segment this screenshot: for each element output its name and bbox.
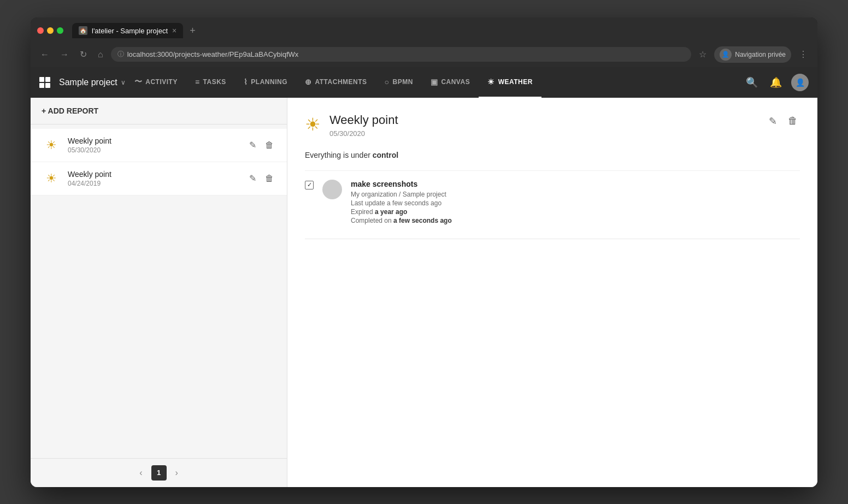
app-nav: Sample project ∨ 〜 ACTIVITY ≡ TASKS ⌇ PL…	[31, 67, 817, 98]
user-avatar[interactable]: 👤	[791, 74, 809, 91]
report-info-2: Weekly point 04/24/2019	[68, 170, 240, 187]
detail-edit-button[interactable]: ✎	[767, 113, 779, 129]
report-icon-2: ☀	[42, 169, 61, 188]
tab-activity[interactable]: 〜 ACTIVITY	[126, 67, 186, 98]
toolbar-actions: ☆ 👤 Navigation privée ⋮	[696, 46, 811, 63]
report-date-1: 05/30/2020	[68, 146, 240, 154]
task-checkbox[interactable]: ✓	[305, 181, 314, 189]
pagination-next-button[interactable]: ›	[171, 466, 182, 480]
private-icon: 👤	[720, 49, 732, 61]
detail-title-area: ☀ Weekly point 05/30/2020	[305, 113, 398, 138]
logo-grid-icon	[39, 77, 50, 88]
tab-planning[interactable]: ⌇ PLANNING	[235, 67, 296, 98]
task-last-update: Last update a few seconds ago	[351, 199, 800, 207]
browser-titlebar: 🏠 l'atelier - Sample project × +	[37, 23, 811, 39]
tasks-icon: ≡	[195, 78, 200, 86]
active-tab[interactable]: 🏠 l'atelier - Sample project ×	[72, 23, 183, 38]
report-item[interactable]: ☀ Weekly point 05/30/2020 ✎ 🗑	[31, 129, 287, 162]
nav-forward-button[interactable]: →	[57, 48, 72, 62]
nav-actions: 🔍 🔔 👤	[743, 74, 809, 91]
tab-favicon: 🏠	[79, 26, 87, 35]
tab-bar: 🏠 l'atelier - Sample project × +	[72, 23, 811, 39]
expired-value: a year ago	[375, 208, 407, 216]
bookmark-button[interactable]: ☆	[696, 47, 710, 62]
edit-report-1-button[interactable]: ✎	[247, 138, 258, 152]
main-layout: + ADD REPORT ☀ Weekly point 05/30/2020	[31, 98, 817, 487]
new-tab-button[interactable]: +	[185, 23, 200, 39]
search-icon: 🔍	[746, 76, 758, 88]
detail-header-actions: ✎ 🗑	[767, 113, 800, 129]
task-title: make screenshots	[351, 180, 800, 188]
planning-icon: ⌇	[244, 78, 248, 86]
report-date-2: 04/24/2019	[68, 180, 240, 187]
task-completed: Completed on a few seconds ago	[351, 217, 800, 224]
detail-panel: ☀ Weekly point 05/30/2020 ✎ 🗑 Everything…	[287, 98, 817, 487]
expired-label: Expired	[351, 208, 373, 216]
tab-activity-label: ACTIVITY	[145, 78, 178, 86]
traffic-light-green[interactable]	[57, 27, 63, 34]
traffic-light-red[interactable]	[37, 27, 44, 34]
report-title-2: Weekly point	[68, 170, 240, 179]
sidebar: + ADD REPORT ☀ Weekly point 05/30/2020	[31, 98, 287, 487]
checkbox-check-icon: ✓	[307, 181, 312, 188]
tab-close-button[interactable]: ×	[172, 26, 176, 35]
detail-title-info: Weekly point 05/30/2020	[329, 113, 398, 138]
bell-icon: 🔔	[770, 76, 782, 88]
detail-delete-button[interactable]: 🗑	[786, 113, 800, 129]
logo-cell	[39, 83, 44, 88]
browser-window: 🏠 l'atelier - Sample project × + ← → ↻ ⌂…	[31, 17, 817, 487]
tab-bpmn-label: BPMN	[393, 78, 413, 86]
sun-icon: ☀	[46, 138, 57, 152]
task-expired: Expired a year ago	[351, 208, 800, 216]
weather-icon: ☀	[487, 78, 495, 86]
report-actions-1: ✎ 🗑	[247, 138, 276, 152]
report-actions-2: ✎ 🗑	[247, 171, 276, 186]
tab-canvas-label: CANVAS	[441, 78, 470, 86]
tab-attachments[interactable]: ⊕ ATTACHMENTS	[296, 67, 376, 98]
sidebar-header: + ADD REPORT	[31, 98, 287, 124]
browser-toolbar: ← → ↻ ⌂ ⓘ localhost:3000/projects-weathe…	[37, 43, 811, 67]
summary-text: Everything is under	[305, 151, 370, 159]
tab-bpmn[interactable]: ○ BPMN	[376, 67, 422, 98]
sidebar-pagination: ‹ 1 ›	[31, 458, 287, 487]
add-report-label: + ADD REPORT	[42, 106, 98, 115]
tab-planning-label: PLANNING	[251, 78, 287, 86]
completed-value: a few seconds ago	[393, 217, 452, 224]
project-name-text: Sample project	[59, 78, 117, 87]
tab-tasks-label: TASKS	[203, 78, 226, 86]
tab-attachments-label: ATTACHMENTS	[315, 78, 367, 86]
nav-back-button[interactable]: ←	[37, 48, 52, 62]
logo-cell	[45, 77, 50, 82]
task-card: ✓ make screenshots My organization / Sam…	[305, 170, 800, 234]
pagination-prev-button[interactable]: ‹	[135, 466, 146, 480]
tab-tasks[interactable]: ≡ TASKS	[186, 67, 235, 98]
search-button[interactable]: 🔍	[743, 74, 761, 91]
report-item[interactable]: ☀ Weekly point 04/24/2019 ✎ 🗑	[31, 162, 287, 195]
add-report-button[interactable]: + ADD REPORT	[42, 106, 98, 115]
app-logo	[39, 77, 50, 88]
delete-report-2-button[interactable]: 🗑	[263, 171, 276, 186]
task-avatar	[322, 180, 342, 199]
delete-report-1-button[interactable]: 🗑	[263, 138, 276, 152]
browser-menu-button[interactable]: ⋮	[796, 47, 811, 62]
edit-report-2-button[interactable]: ✎	[247, 171, 258, 186]
tab-canvas[interactable]: ▣ CANVAS	[422, 67, 479, 98]
report-icon-1: ☀	[42, 135, 61, 155]
tab-label: l'atelier - Sample project	[92, 27, 168, 35]
summary-bold: control	[373, 151, 398, 159]
detail-content: Everything is under control ✓ make scree…	[305, 151, 800, 239]
address-bar[interactable]: ⓘ localhost:3000/projects-weather/PEp9aL…	[111, 47, 692, 62]
app-content: Sample project ∨ 〜 ACTIVITY ≡ TASKS ⌇ PL…	[31, 67, 817, 487]
nav-refresh-button[interactable]: ↻	[76, 47, 90, 62]
sun-icon: ☀	[46, 171, 57, 186]
tab-weather[interactable]: ☀ WEATHER	[479, 67, 541, 98]
activity-icon: 〜	[134, 77, 143, 87]
project-name[interactable]: Sample project ∨	[59, 78, 126, 87]
report-title-1: Weekly point	[68, 137, 240, 145]
private-label: Navigation privée	[735, 51, 786, 58]
private-mode-badge: 👤 Navigation privée	[714, 46, 791, 63]
task-checkbox-area: ✓	[305, 180, 314, 189]
notifications-button[interactable]: 🔔	[767, 74, 785, 91]
traffic-light-yellow[interactable]	[47, 27, 54, 34]
nav-home-button[interactable]: ⌂	[95, 48, 107, 62]
